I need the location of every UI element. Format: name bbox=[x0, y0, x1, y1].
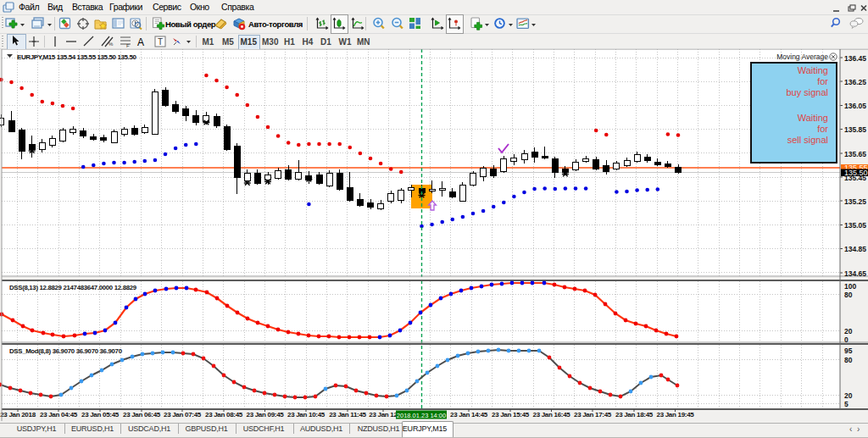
svg-text:buy signal: buy signal bbox=[786, 87, 828, 97]
svg-text:sell signal: sell signal bbox=[787, 135, 828, 145]
svg-text:23 Jan 15:45: 23 Jan 15:45 bbox=[492, 411, 530, 419]
svg-text:135.65: 135.65 bbox=[844, 150, 866, 158]
svg-text:23 Jan 09:45: 23 Jan 09:45 bbox=[247, 411, 285, 419]
svg-text:DSS_Mod(8,8) 36.9070 36.9070 3: DSS_Mod(8,8) 36.9070 36.9070 36.9070 bbox=[9, 347, 123, 355]
svg-text:5: 5 bbox=[844, 400, 849, 408]
svg-text:80: 80 bbox=[844, 356, 853, 364]
svg-text:134.65: 134.65 bbox=[844, 269, 866, 278]
svg-text:%: % bbox=[108, 42, 114, 47]
svg-text:135.25: 135.25 bbox=[844, 197, 866, 206]
svg-text:20: 20 bbox=[844, 391, 853, 400]
svg-text:80: 80 bbox=[844, 291, 853, 299]
svg-text:23 Jan 11:45: 23 Jan 11:45 bbox=[329, 411, 366, 419]
svg-text:95: 95 bbox=[844, 347, 853, 355]
svg-text:for: for bbox=[817, 124, 828, 134]
svg-text:Moving Average: Moving Average bbox=[776, 53, 828, 61]
svg-text:134.85: 134.85 bbox=[844, 245, 866, 253]
svg-text:23 Jan 07:45: 23 Jan 07:45 bbox=[164, 411, 202, 419]
svg-text:DSS(8,13) 12.8829 2147483647.0: DSS(8,13) 12.8829 2147483647.0000 12.882… bbox=[9, 284, 137, 291]
svg-text:Waiting: Waiting bbox=[798, 65, 828, 75]
svg-text:0: 0 bbox=[844, 335, 849, 344]
svg-text:136.05: 136.05 bbox=[844, 102, 866, 110]
svg-text:23 Jan 12: 23 Jan 12 bbox=[369, 411, 398, 419]
svg-text:135.50: 135.50 bbox=[844, 169, 868, 177]
svg-text:23 Jan 10:45: 23 Jan 10:45 bbox=[287, 411, 326, 419]
svg-text:100: 100 bbox=[844, 282, 856, 291]
svg-text:135.85: 135.85 bbox=[844, 125, 866, 134]
svg-text:23 Jan 18:45: 23 Jan 18:45 bbox=[615, 411, 654, 419]
svg-text:2018.01.23 14:00: 2018.01.23 14:00 bbox=[397, 412, 446, 419]
svg-text:23 Jan 19:45: 23 Jan 19:45 bbox=[657, 411, 695, 419]
svg-text:F: F bbox=[126, 43, 130, 48]
svg-text:135.05: 135.05 bbox=[844, 221, 866, 230]
svg-text:136.25: 136.25 bbox=[844, 78, 866, 86]
svg-text:23 Jan 17:45: 23 Jan 17:45 bbox=[574, 411, 612, 419]
svg-text:20: 20 bbox=[844, 327, 853, 335]
svg-text:23 Jan 14:45: 23 Jan 14:45 bbox=[450, 411, 488, 419]
svg-text:Waiting: Waiting bbox=[798, 113, 828, 123]
svg-text:23 Jan 16:45: 23 Jan 16:45 bbox=[533, 411, 571, 419]
svg-text:23 Jan 06:45: 23 Jan 06:45 bbox=[123, 411, 161, 419]
svg-text:23 Jan 04:45: 23 Jan 04:45 bbox=[40, 411, 78, 419]
svg-text:23 Jan 08:45: 23 Jan 08:45 bbox=[205, 411, 243, 419]
svg-text:T: T bbox=[158, 37, 163, 47]
svg-text:23 Jan 05:45: 23 Jan 05:45 bbox=[81, 411, 120, 419]
svg-text:EURJPY,M15 135.54 135.55 135.: EURJPY,M15 135.54 135.55 135.50 135.50 bbox=[17, 53, 136, 61]
svg-text:for: for bbox=[817, 76, 828, 86]
svg-text:23 Jan 2018: 23 Jan 2018 bbox=[0, 411, 36, 419]
svg-text:136.45: 136.45 bbox=[844, 54, 866, 63]
